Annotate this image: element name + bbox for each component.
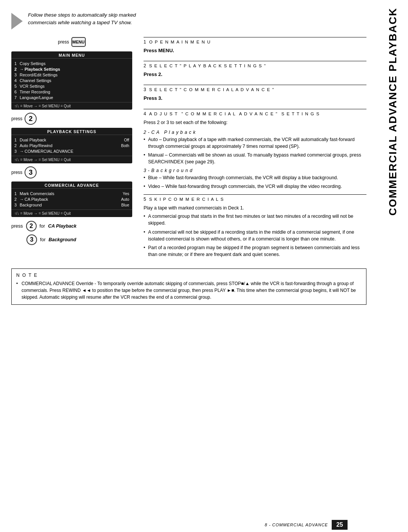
note-section: N O T E COMMERCIAL ADVANCE Override - To…: [11, 268, 366, 305]
press-for-italic-3: Background: [49, 237, 76, 242]
step-3-number: 3: [144, 87, 146, 92]
press-menu-section: press MENU: [11, 37, 132, 48]
skip-bullet-1: A commercial group that starts in the fi…: [144, 213, 366, 226]
sub-step-background: 3 - B a c k g r o u n d: [144, 168, 366, 173]
step-5-header: 5 S K I P C O M M E R C I A L S: [144, 194, 366, 203]
main-menu-footer: ↑/↓ = Move → = Sel MENU = Quit: [11, 102, 132, 110]
press-for-text-2: for: [40, 223, 45, 229]
step-1-header: 1 O P E N M A I N M E N U: [144, 37, 366, 46]
press-for-text-3: for: [40, 237, 46, 242]
skip-bullet-2: A commercial will not be skipped if a re…: [144, 229, 366, 242]
footer-page: 25: [332, 520, 348, 530]
note-text: COMMERCIAL ADVANCE Override - To tempora…: [16, 280, 362, 301]
menu-button[interactable]: MENU: [71, 37, 86, 47]
step-3-body: Press 3.: [144, 94, 366, 104]
step-2-header: 2 S E L E C T " P L A Y B A C K S E T T …: [144, 61, 366, 70]
step-3-title: S E L E C T " C O M M E R C I A L A D V …: [149, 87, 275, 92]
ca-bullet-1: Auto – During playback of a tape with ma…: [144, 136, 366, 150]
press-3-section: press 3: [11, 166, 132, 178]
menu-item-3: 3 Record/Edit Settings: [14, 72, 129, 78]
step-1-body: Press MENU.: [144, 46, 366, 56]
step-4-section: 4 A D J U S T " C O M M E R C I A L A D …: [144, 109, 366, 190]
two-col-layout: press MENU MAIN MENU 1 Copy Settings 2 →…: [11, 37, 366, 262]
press-for-section: press 2 for CA Playback 3 for Background: [11, 221, 132, 245]
playback-settings-items: 1 Dual Playback Off 2 Auto Play/Rewind B…: [11, 135, 132, 156]
note-label: N O T E: [16, 273, 362, 278]
num-circle-3b[interactable]: 3: [26, 234, 37, 245]
step-5-body: Play a tape with marked commercials in D…: [144, 203, 366, 213]
ps-item-3: 3 →COMMERCIAL ADVANCE: [14, 148, 129, 154]
ps-footer-text: ↑/↓ = Move → = Sel MENU = Quit: [14, 158, 71, 162]
playback-settings-title: PLAYBACK SETTINGS: [11, 128, 132, 135]
menu-item-1: 1 Copy Settings: [14, 60, 129, 66]
step-4-number: 4: [144, 111, 146, 116]
num-circle-3[interactable]: 3: [25, 166, 37, 178]
step-1-number: 1: [144, 39, 146, 45]
commercial-advance-box: COMMERCIAL ADVANCE 1 Mark Commercials Ye…: [11, 181, 132, 217]
ps-item-2: 2 Auto Play/Rewind Both: [14, 143, 129, 148]
press-for-2-row: press 2 for CA Playback: [11, 221, 132, 231]
press-label-1: press: [58, 39, 69, 45]
ps-item-1: 1 Dual Playback Off: [14, 137, 129, 143]
playback-settings-box: PLAYBACK SETTINGS 1 Dual Playback Off 2 …: [11, 128, 132, 163]
step-5-section: 5 S K I P C O M M E R C I A L S Play a t…: [144, 194, 366, 258]
num-circle-2[interactable]: 2: [25, 113, 37, 125]
ca-item-3: 3 Background Blue: [14, 202, 129, 208]
step-2-number: 2: [144, 63, 146, 68]
ca-item-1: 1 Mark Commercials Yes: [14, 191, 129, 196]
ca-footer: ↑/↓ = Move → = Sel MENU = Quit: [11, 209, 132, 217]
menu-item-6: 6 Timer Recording: [14, 89, 129, 95]
skip-bullets: A commercial group that starts in the fi…: [144, 213, 366, 258]
playback-settings-footer: ↑/↓ = Move → = Sel MENU = Quit: [11, 156, 132, 163]
step-4-title: A D J U S T " C O M M E R C I A L A D V …: [149, 112, 320, 116]
background-bullets: Blue – While fast-forwarding through com…: [144, 174, 366, 190]
header-line1: Follow these steps to automatically skip…: [28, 11, 136, 19]
page-footer: 8 - COMMERCIAL ADVANCE 25: [0, 518, 348, 532]
step-3-section: 3 S E L E C T " C O M M E R C I A L A D …: [144, 85, 366, 104]
press-label-3: press: [11, 170, 22, 175]
menu-item-7: 7 Language/Langue: [14, 95, 129, 100]
vertical-title-text: COMMERCIAL ADVANCE PLAYBACK: [387, 8, 399, 216]
menu-item-4: 4 Channel Settings: [14, 78, 129, 83]
ca-footer-text: ↑/↓ = Move → = Sel MENU = Quit: [14, 211, 71, 216]
num-circle-2b[interactable]: 2: [26, 221, 37, 231]
step-2-section: 2 S E L E C T " P L A Y B A C K S E T T …: [144, 61, 366, 80]
press-label-2: press: [11, 116, 22, 121]
main-content: Follow these steps to automatically skip…: [0, 0, 378, 532]
menu-item-5: 5 VCR Settings: [14, 83, 129, 89]
step-2-title: S E L E C T " P L A Y B A C K S E T T I …: [149, 64, 266, 68]
ca-title: COMMERCIAL ADVANCE: [11, 181, 132, 189]
right-column: 1 O P E N M A I N M E N U Press MENU. 2 …: [144, 37, 366, 262]
press-2-section: press 2: [11, 113, 132, 125]
ca-items: 1 Mark Commercials Yes 2 →CA Playback Au…: [11, 189, 132, 209]
main-menu-box: MAIN MENU 1 Copy Settings 2 →Playback Se…: [11, 51, 132, 110]
ca-bullet-2: Manual – Commercials will be shown as us…: [144, 152, 366, 165]
footer-label: 8 - COMMERCIAL ADVANCE: [265, 523, 328, 527]
main-menu-title: MAIN MENU: [11, 51, 132, 59]
bg-bullet-1: Blue – While fast-forwarding through com…: [144, 174, 366, 181]
step-2-body: Press 2.: [144, 70, 366, 80]
step-4-header: 4 A D J U S T " C O M M E R C I A L A D …: [144, 109, 366, 118]
step-1-title: O P E N M A I N M E N U: [149, 40, 211, 44]
step-1-section: 1 O P E N M A I N M E N U Press MENU.: [144, 37, 366, 56]
step-5-title: S K I P C O M M E R C I A L S: [149, 197, 224, 202]
sub-step-ca-playback: 2 - C A P l a y b a c k: [144, 130, 366, 135]
left-column: press MENU MAIN MENU 1 Copy Settings 2 →…: [11, 37, 132, 262]
ca-playback-bullets: Auto – During playback of a tape with ma…: [144, 136, 366, 166]
ca-item-2: 2 →CA Playback Auto: [14, 196, 129, 202]
press-menu-row: press MENU: [58, 37, 85, 47]
header-triangle-icon: [11, 13, 23, 29]
skip-bullet-3: Part of a recorded program may be skippe…: [144, 244, 366, 258]
press-2-row: press 2: [11, 113, 132, 125]
main-menu-items: 1 Copy Settings 2 →Playback Settings 3 R…: [11, 59, 132, 102]
header-line2: commercials while watching a taped TV sh…: [28, 19, 136, 26]
step-3-header: 3 S E L E C T " C O M M E R C I A L A D …: [144, 85, 366, 94]
press-for-label-2: press: [11, 223, 23, 229]
press-3-row: press 3: [11, 166, 132, 178]
note-paragraph: COMMERCIAL ADVANCE Override - To tempora…: [16, 280, 362, 301]
vertical-title: COMMERCIAL ADVANCE PLAYBACK: [378, 0, 408, 514]
bg-bullet-2: Video – While fast-forwarding through co…: [144, 183, 366, 190]
press-for-3-row: 3 for Background: [11, 234, 132, 245]
step-5-number: 5: [144, 197, 146, 202]
header-text: Follow these steps to automatically skip…: [28, 11, 136, 27]
